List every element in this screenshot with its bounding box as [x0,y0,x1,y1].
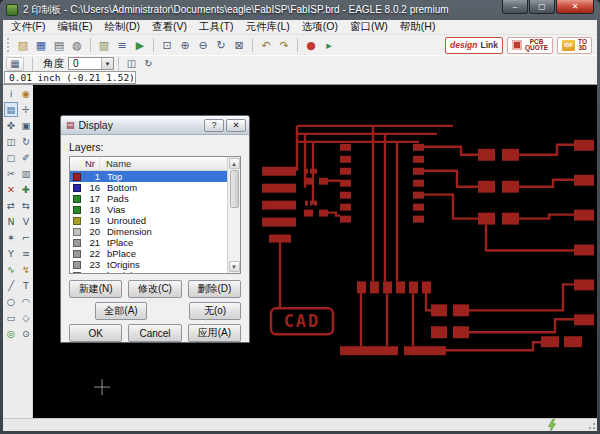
angle-combobox[interactable]: 0 ▾ [68,57,114,70]
open-icon[interactable]: ▨ [14,37,32,54]
delete-tool-icon[interactable]: ✕ [4,182,18,197]
polygon-tool-icon[interactable]: ◇ [19,310,33,325]
text-tool-icon[interactable]: T [19,278,33,293]
layers-scrollbar[interactable]: ▲ ▼ [227,157,240,273]
layer-row[interactable]: 18 Vias [70,204,227,215]
stop-icon[interactable]: ● [302,37,320,54]
miter-tool-icon[interactable]: ⌐ [19,230,33,245]
menu-file[interactable]: 文件(F) [5,19,51,35]
group-tool-icon[interactable]: ▢ [4,150,18,165]
info-tool-icon[interactable]: i [4,86,18,101]
layer-row[interactable]: 19 Unrouted [70,215,227,226]
layer-row[interactable]: 21 tPlace [70,237,227,248]
rotate-param-button[interactable]: ↻ [140,57,157,71]
copy-tool-icon[interactable]: ▣ [19,118,33,133]
layer-row[interactable]: 1 Top [70,171,227,182]
paste-tool-icon[interactable]: ▥ [19,166,33,181]
zoom-fit-icon[interactable]: ⊡ [158,37,176,54]
menu-tools[interactable]: 工具(T) [193,19,239,35]
all-button[interactable]: 全部(A) [95,302,147,320]
print-icon[interactable]: ▤ [50,37,68,54]
layer-color-swatch[interactable] [73,261,81,269]
zoom-in-icon[interactable]: ⊕ [176,37,194,54]
hole-tool-icon[interactable]: ⊙ [19,326,33,341]
scroll-up-icon[interactable]: ▲ [229,158,240,169]
change-tool-icon[interactable]: ✐ [19,150,33,165]
cut-tool-icon[interactable]: ✂ [4,166,18,181]
scrollbar-thumb[interactable] [230,170,239,208]
layer-color-swatch[interactable] [73,184,81,192]
rect-tool-icon[interactable]: ▭ [4,310,18,325]
undo-icon[interactable]: ↶ [257,37,275,54]
delete-button[interactable]: 删除(D) [188,280,241,298]
dialog-close-button[interactable]: ✕ [226,119,246,132]
layer-color-swatch[interactable] [73,206,81,214]
dialog-help-button[interactable]: ? [204,119,224,132]
toolbar-handle[interactable] [7,38,10,52]
load-design-icon[interactable]: ▥ [95,37,113,54]
save-icon[interactable]: ▦ [32,37,50,54]
designlink-button[interactable]: designLink [445,37,503,54]
value-tool-icon[interactable]: V [19,214,33,229]
mirror-tool-icon[interactable]: ◫ [4,134,18,149]
layer-color-swatch[interactable] [73,217,81,225]
layer-row[interactable]: 16 Bottom [70,182,227,193]
menu-view[interactable]: 查看(V) [146,19,193,35]
idf-to-3d-button[interactable]: IDF TO 3D [557,37,592,54]
run-ulp-icon[interactable]: ▶ [131,37,149,54]
circle-tool-icon[interactable]: ○ [4,294,18,309]
cancel-button[interactable]: Cancel [128,324,181,342]
chevron-down-icon[interactable]: ▾ [101,58,113,69]
menu-help[interactable]: 帮助(H) [394,19,442,35]
cam-processor-icon[interactable]: ◍ [68,37,86,54]
via-tool-icon[interactable]: ◎ [4,326,18,341]
optimize-tool-icon[interactable]: ≡ [19,246,33,261]
go-icon[interactable]: ▸ [320,37,338,54]
zoom-redraw-icon[interactable]: ↻ [212,37,230,54]
show-tool-icon[interactable]: ◉ [19,86,33,101]
split-tool-icon[interactable]: Y [4,246,18,261]
apply-button[interactable]: 应用(A) [188,324,241,342]
column-nr[interactable]: Nr [70,157,100,170]
layer-row[interactable]: 22 bPlace [70,248,227,259]
ratsnest-status-icon[interactable] [547,419,557,432]
smash-tool-icon[interactable]: ✶ [4,230,18,245]
minimize-button[interactable]: – [502,0,528,14]
scroll-down-icon[interactable]: ▼ [229,261,240,272]
zoom-out-icon[interactable]: ⊖ [194,37,212,54]
layer-row[interactable]: 23 tOrigins [70,259,227,270]
name-tool-icon[interactable]: N [4,214,18,229]
column-name[interactable]: Name [100,157,227,170]
zoom-select-icon[interactable]: ⊠ [230,37,248,54]
layer-row[interactable]: 17 Pads [70,193,227,204]
mirror-param-button[interactable]: ◫ [123,57,140,71]
route-tool-icon[interactable]: ∿ [4,262,18,277]
layer-row[interactable]: 24 bOrigins [70,270,227,273]
move-tool-icon[interactable]: ✜ [4,118,18,133]
resize-grip[interactable] [586,420,596,430]
layer-color-swatch[interactable] [73,228,81,236]
change-button[interactable]: 修改(C) [128,280,181,298]
arc-tool-icon[interactable]: ◠ [19,294,33,309]
none-button[interactable]: 无(o) [189,302,241,320]
pcb-quote-button[interactable]: PCB QUOTE [507,37,553,54]
menu-window[interactable]: 窗口(W) [344,19,394,35]
menu-draw[interactable]: 绘制(D) [98,19,146,35]
ripup-tool-icon[interactable]: ↯ [19,262,33,277]
layer-color-swatch[interactable] [73,173,81,181]
menu-edit[interactable]: 编辑(E) [51,19,98,35]
layer-color-swatch[interactable] [73,250,81,258]
layer-row[interactable]: 20 Dimension [70,226,227,237]
script-icon[interactable]: ≡ [113,37,131,54]
grid-button[interactable]: ▦ [6,57,24,71]
rotate-tool-icon[interactable]: ↻ [19,134,33,149]
new-button[interactable]: 新建(N) [69,280,122,298]
maximize-button[interactable]: ▢ [529,0,555,14]
dialog-titlebar[interactable]: ▤ Display ? ✕ [61,116,249,135]
layer-color-swatch[interactable] [73,272,81,274]
menu-library[interactable]: 元件库(L) [239,19,295,35]
ok-button[interactable]: OK [69,324,122,342]
mark-tool-icon[interactable]: ✛ [19,102,33,117]
wire-tool-icon[interactable]: ╱ [4,278,18,293]
layer-color-swatch[interactable] [73,239,81,247]
